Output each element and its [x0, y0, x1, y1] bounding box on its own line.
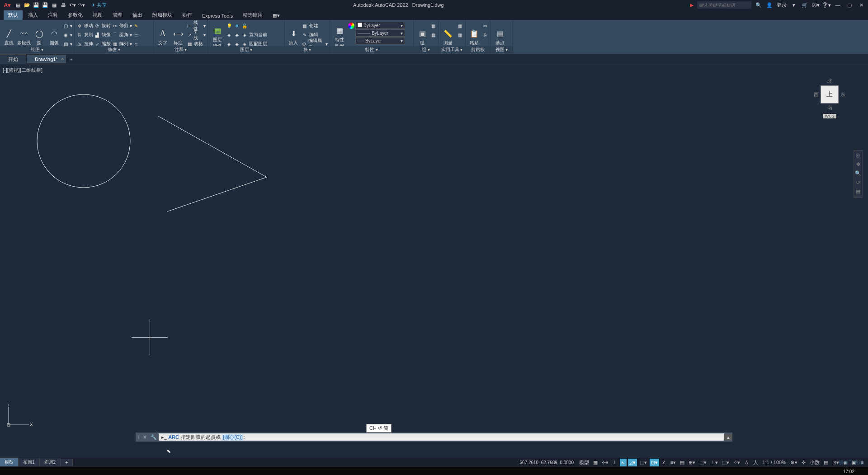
create-block[interactable]: ▦创建 — [302, 22, 328, 30]
redo-icon[interactable]: ↷▾ — [78, 1, 85, 9]
units-display[interactable]: 小数 — [808, 458, 821, 467]
layout-2[interactable]: 布局2 — [40, 458, 61, 466]
help-icon[interactable]: ❔▾ — [823, 1, 830, 9]
drawing-canvas[interactable]: [-][俯视][二维线框] X Y 北 西 上 东 南 WCS ◎ ✥ 🔍 ⟳ … — [0, 64, 868, 459]
tab-collab[interactable]: 协作 — [178, 10, 197, 20]
viewcube[interactable]: 北 西 上 东 南 WCS — [814, 78, 845, 118]
panel-block-title[interactable]: 块 ▾ — [285, 46, 330, 53]
minimize-button[interactable]: — — [834, 2, 842, 8]
nav-wheel-icon[interactable]: ◎ — [855, 152, 861, 160]
draw-ext1[interactable]: ▢▾ — [62, 22, 72, 30]
modify-ext1[interactable]: ✎ — [133, 22, 139, 30]
viewcube-north[interactable]: 北 — [814, 78, 845, 85]
nav-zoom-icon[interactable]: 🔍 — [855, 170, 861, 178]
viewcube-west[interactable]: 西 — [814, 91, 819, 98]
filter-toggle[interactable]: ⬚▾ — [721, 459, 731, 466]
linetype-select[interactable]: ──── ByLayer▾ — [355, 29, 405, 37]
clip-ext1[interactable]: ✂ — [482, 22, 488, 30]
tab-drawing1[interactable]: Drawing1*✕ — [27, 55, 66, 63]
dyn-ucs[interactable]: ⊥▾ — [709, 459, 719, 466]
cmd-option[interactable]: [圆心(C)] — [222, 434, 243, 441]
group-ext2[interactable]: ▦ — [430, 31, 436, 39]
tab-view[interactable]: 视图 — [88, 10, 107, 20]
scale-display[interactable]: 1:1 / 100% — [761, 459, 788, 466]
plot-icon[interactable]: 🖶 — [60, 1, 67, 9]
dropdown-icon[interactable]: ▾ — [790, 1, 797, 9]
panel-view-title[interactable]: 视图 ▾ — [491, 46, 513, 53]
tab-addins[interactable]: 附加模块 — [148, 10, 177, 20]
copy-button[interactable]: ⎘复制 — [76, 31, 93, 39]
osnap-toggle[interactable]: ⊡▾ — [650, 459, 659, 466]
tab-default[interactable]: 默认 — [4, 10, 23, 20]
close-tab-icon[interactable]: ✕ — [61, 56, 64, 61]
gear-icon[interactable]: ⚙▾ — [789, 459, 799, 466]
cmd-wrench-icon[interactable]: 🔧 — [149, 434, 159, 440]
panel-draw-title[interactable]: 绘图 ▾ — [0, 46, 74, 53]
cmd-history-icon[interactable]: ▴ — [724, 434, 732, 440]
otrack-toggle[interactable]: ∠ — [660, 459, 668, 466]
tab-start[interactable]: 开始 — [0, 54, 27, 64]
layout-1[interactable]: 布局1 — [19, 458, 40, 466]
grid-toggle[interactable]: ▦ — [592, 459, 599, 466]
modify-ext2[interactable]: ▭ — [133, 31, 139, 39]
infer-toggle[interactable]: ⊥ — [611, 459, 618, 466]
layer-color-select[interactable]: ByLayer▾ — [355, 22, 405, 29]
mirror-button[interactable]: ▟镜像 — [94, 31, 111, 39]
nav-pan-icon[interactable]: ✥ — [855, 161, 861, 169]
iso-toggle[interactable]: ⬚▾ — [638, 459, 648, 466]
tab-parametric[interactable]: 参数化 — [63, 10, 87, 20]
new-icon[interactable]: ▤ — [14, 1, 22, 9]
navigation-bar[interactable]: ◎ ✥ 🔍 ⟳ ▤ — [854, 150, 863, 198]
tab-insert[interactable]: 插入 — [24, 10, 42, 20]
rotate-button[interactable]: ⟳旋转 — [94, 22, 111, 30]
autodesk-icon[interactable]: Ⓐ▾ — [812, 1, 819, 9]
search-input[interactable] — [697, 1, 751, 9]
cycle-toggle[interactable]: ⊞▾ — [687, 459, 697, 466]
viewcube-top[interactable]: 上 — [821, 85, 839, 103]
layer-row2[interactable]: ◈◈◈置为当前 — [226, 31, 267, 39]
saveas-icon[interactable]: 💾 — [42, 1, 49, 9]
nav-show-icon[interactable]: ▤ — [855, 188, 861, 196]
lwt-toggle[interactable]: ≡▾ — [669, 459, 677, 466]
fillet-button[interactable]: ⌒圆角▾ — [112, 31, 132, 39]
layout-add[interactable]: + — [61, 459, 73, 466]
annoscale-icon[interactable]: Ａ — [743, 458, 750, 467]
close-button[interactable]: ✕ — [857, 2, 865, 8]
login-label[interactable]: 登录 — [777, 2, 787, 9]
annoviz-icon[interactable]: 人 — [752, 458, 760, 467]
undo-icon[interactable]: ↶▾ — [69, 1, 76, 9]
open-icon[interactable]: 📂 — [24, 1, 31, 9]
qp-icon[interactable]: ▤ — [822, 459, 830, 466]
panel-layers-title[interactable]: 图层 ▾ — [208, 46, 284, 53]
util-ext2[interactable]: ▦ — [457, 31, 463, 39]
tab-extra-icon[interactable]: ▦▾ — [268, 11, 284, 20]
group-ext1[interactable]: ▦ — [430, 22, 436, 30]
polar-toggle[interactable]: ◿▾ — [628, 459, 637, 466]
color-picker[interactable] — [348, 22, 354, 30]
ortho-toggle[interactable]: ⊾ — [620, 459, 627, 466]
web-icon[interactable]: ▦ — [51, 1, 58, 9]
clip-ext2[interactable]: ⎘ — [482, 31, 488, 39]
viewcube-east[interactable]: 东 — [840, 91, 845, 98]
command-input[interactable]: ▸_ ARC 指定圆弧的起点或 [圆心(C)] : — [159, 433, 724, 441]
app-logo[interactable]: A▾ — [2, 2, 13, 9]
transparency-toggle[interactable]: ▤ — [679, 459, 686, 466]
3dosnap-toggle[interactable]: ⬚▾ — [698, 459, 708, 466]
snap-toggle[interactable]: ⊹▾ — [600, 459, 610, 466]
tab-output[interactable]: 输出 — [128, 10, 147, 20]
trim-button[interactable]: ✂修剪▾ — [112, 22, 132, 30]
maximize-button[interactable]: ▢ — [845, 2, 854, 8]
nav-orbit-icon[interactable]: ⟳ — [855, 179, 861, 187]
wcs-label[interactable]: WCS — [823, 114, 836, 118]
model-toggle[interactable]: 模型 — [578, 458, 590, 467]
tab-annotate[interactable]: 注释 — [43, 10, 62, 20]
cmd-handle-icon[interactable]: ⁞ — [136, 434, 141, 440]
viewcube-south[interactable]: 南 — [814, 104, 845, 111]
layout-model[interactable]: 模型 — [0, 458, 19, 466]
layer-row1[interactable]: 💡❄🔓 — [226, 22, 267, 30]
lineweight-select[interactable]: ── ByLayer▾ — [355, 37, 405, 44]
move-button[interactable]: ✥移动 — [76, 22, 93, 30]
tab-featured[interactable]: 精选应用 — [238, 10, 267, 20]
coords-display[interactable]: 567.2610, 62.7689, 0.0000 — [517, 460, 576, 465]
save-icon[interactable]: 💾 — [33, 1, 40, 9]
